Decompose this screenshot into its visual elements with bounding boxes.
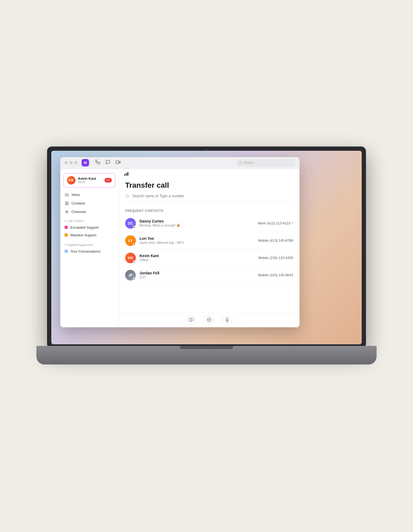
sidebar-item-escalated-support[interactable]: Escalated Support: [60, 224, 119, 231]
contact-phone-kevin[interactable]: Mobile (216) 123-5428: [258, 256, 293, 260]
sidebar-item-contacts[interactable]: Contacts: [60, 199, 119, 208]
title-bar: Search: [60, 157, 300, 169]
end-call-button[interactable]: [104, 178, 112, 183]
laptop-base: [36, 346, 377, 365]
contact-name-jordan: Jordan Fell: [140, 271, 255, 275]
chat-nav-icon[interactable]: [106, 160, 110, 166]
microphone-button[interactable]: [222, 315, 232, 325]
avatar-danny-cortes: DC: [125, 218, 136, 229]
contacts-label: Contacts: [71, 201, 85, 205]
channels-icon: [65, 210, 69, 214]
escalated-support-label: Escalated Support: [70, 225, 99, 229]
svg-point-7: [66, 202, 67, 203]
call-centers-header: ▾ Call Centers: [60, 217, 119, 224]
contact-phone-danny[interactable]: Work (412) 113-4123 ▾: [258, 221, 293, 225]
maximize-dot[interactable]: [74, 161, 77, 164]
call-info: Kevin Kare 06:01: [78, 177, 102, 184]
status-dot-lori: [133, 243, 136, 246]
contact-phone-label-kevin: Mobile: [258, 256, 268, 260]
escalated-support-dot: [65, 226, 68, 229]
call-centers-label: Call Centers: [68, 219, 84, 223]
digital-engagement-chevron[interactable]: ▾: [65, 243, 66, 246]
minimize-dot[interactable]: [69, 161, 73, 164]
contact-phone-label-jordan: Mobile: [258, 273, 268, 277]
inbox-icon: [65, 193, 69, 197]
call-centers-chevron[interactable]: ▾: [65, 219, 66, 222]
channels-label: Channels: [71, 210, 86, 214]
contact-info-jordan: Jordan Fell CST: [140, 271, 255, 279]
contact-phone-label-lori: Mobile: [258, 238, 268, 242]
sidebar-item-channels[interactable]: Channels: [60, 208, 119, 216]
sidebar-item-inbox[interactable]: Inbox: [60, 191, 119, 199]
contact-phone-lori[interactable]: Mobile (413) 145-6789: [258, 238, 293, 242]
avatar-jordan-fell: JF: [125, 270, 136, 280]
contact-list: DC Danny Cortes Monday. What a concept! …: [119, 215, 300, 312]
app-logo: [82, 159, 89, 166]
contact-status-jordan: CST: [140, 275, 255, 279]
active-call-duration: 06:01: [78, 181, 102, 184]
inbox-label: Inbox: [71, 193, 80, 197]
screen-share-button[interactable]: [186, 315, 196, 325]
contact-item-danny-cortes[interactable]: DC Danny Cortes Monday. What a concept! …: [119, 215, 300, 232]
active-call-card[interactable]: KK Kevin Kare 06:01: [64, 173, 115, 187]
avatar-kevin-kare: KK: [125, 253, 136, 263]
target-button[interactable]: [204, 315, 214, 325]
active-call-name: Kevin Kare: [78, 177, 102, 181]
bottom-action-bar: [119, 312, 300, 327]
contact-phone-number-danny: (412) 113-4123: [267, 221, 290, 225]
close-dot[interactable]: [65, 161, 68, 164]
video-nav-icon[interactable]: [116, 160, 120, 166]
contact-phone-number-kevin: (216) 123-5428: [269, 256, 293, 260]
svg-point-2: [86, 163, 87, 164]
sidebar-item-mainline-support[interactable]: Mainline Support: [60, 231, 119, 239]
digital-engagement-header: ▾ Digital Engagement: [60, 241, 119, 248]
svg-line-11: [67, 210, 67, 213]
phone-nav-icon[interactable]: [95, 160, 100, 166]
svg-marker-3: [119, 161, 120, 163]
signal-indicator: [119, 169, 300, 176]
window-controls: [65, 161, 77, 164]
contact-phone-label-danny: Work: [258, 221, 266, 225]
contact-name-kevin: Kevin Kare: [140, 254, 255, 258]
contact-phone-number-jordan: (315) 145-9043: [269, 273, 293, 277]
nav-icons: [95, 160, 120, 166]
signal-bar-2: [126, 173, 127, 176]
nav-section: Inbox Contacts: [60, 190, 119, 217]
app-content: KK Kevin Kare 06:01: [60, 169, 300, 327]
mainline-support-label: Mainline Support: [70, 233, 96, 237]
signal-bars: [124, 172, 128, 176]
contact-item-jordan-fell[interactable]: JF Jordan Fell CST Mobile (315) 145-9043: [119, 267, 300, 284]
contact-phone-number-lori: (413) 145-6789: [269, 238, 293, 242]
contact-item-lori-yee[interactable]: LY Lori Yee Same shirt, different day - …: [119, 232, 300, 249]
contact-phone-jordan[interactable]: Mobile (315) 145-9043: [258, 273, 293, 277]
sidebar: KK Kevin Kare 06:01: [60, 169, 119, 327]
digital-engagement-label: Digital Engagement: [68, 243, 93, 246]
contact-item-kevin-kare[interactable]: KK Kevin Kare Offline Mobile (216) 123-5…: [119, 249, 300, 267]
contact-status-kevin: Offline: [140, 258, 255, 262]
transfer-search-wrap[interactable]: [125, 194, 293, 202]
svg-point-0: [84, 162, 85, 164]
contact-status-danny: Monday. What a concept! 🎉: [140, 224, 254, 227]
global-search-bar[interactable]: Search: [237, 159, 295, 166]
your-conversations-dot: [65, 250, 68, 253]
status-dot-danny: [133, 226, 136, 228]
your-conversations-label: Your Conversations: [70, 249, 100, 253]
transfer-search-input[interactable]: [132, 194, 293, 198]
svg-point-1: [86, 161, 87, 163]
transfer-section: Transfer call: [119, 176, 300, 206]
mainline-support-dot: [65, 233, 68, 237]
transfer-search-icon: [125, 194, 129, 198]
sidebar-item-your-conversations[interactable]: Your Conversations: [60, 248, 119, 255]
contact-name-danny: Danny Cortes: [140, 219, 254, 223]
phone-dropdown-danny[interactable]: ▾: [292, 221, 293, 225]
svg-point-5: [239, 162, 242, 164]
contact-status-lori: Same shirt, different day - WFH: [140, 241, 255, 245]
signal-bar-3: [127, 172, 128, 176]
transfer-title: Transfer call: [125, 181, 293, 190]
contacts-icon: [65, 201, 69, 206]
svg-line-10: [66, 210, 66, 213]
contact-name-lori: Lori Yee: [140, 236, 255, 241]
svg-point-16: [209, 319, 210, 321]
svg-point-12: [126, 194, 129, 197]
active-call-avatar: KK: [67, 176, 75, 185]
